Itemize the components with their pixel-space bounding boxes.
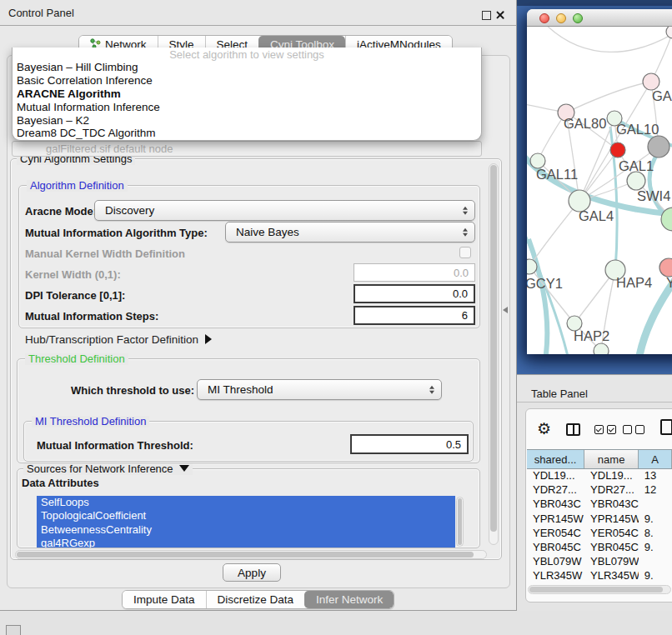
close-icon[interactable] bbox=[495, 10, 505, 20]
network-selector-combo[interactable]: galFiltered.sif default node bbox=[12, 141, 482, 157]
algorithm-option-basic-correlation-inference[interactable]: Basic Correlation Inference bbox=[13, 74, 481, 88]
table-cell: YLR345W bbox=[584, 569, 639, 582]
table-cell: YDR27... bbox=[527, 483, 584, 496]
attribute-item-betweennesscentrality[interactable]: BetweennessCentrality bbox=[37, 523, 455, 537]
table-cell: YER054C bbox=[527, 527, 584, 539]
table-row[interactable]: YDL19...YDL19...13 bbox=[527, 468, 672, 482]
bottom-tab-discretize-data[interactable]: Discretize Data bbox=[206, 591, 305, 608]
settings-vertical-scrollbar[interactable] bbox=[489, 163, 499, 545]
table-row[interactable]: YIL052CYIL052C9 bbox=[527, 583, 672, 585]
column-header-name[interactable]: name bbox=[584, 450, 639, 468]
table-panel: Table Panel ⚙ shared...nameA YDL19...YDL… bbox=[517, 374, 672, 635]
sources-toggle[interactable]: Sources for Network Inference bbox=[23, 463, 193, 475]
node-label: SWI4 bbox=[637, 188, 670, 203]
node-label: HAP2 bbox=[574, 328, 609, 343]
node-label: GAL10 bbox=[616, 122, 659, 137]
minimized-window-icon[interactable] bbox=[6, 625, 21, 635]
aracne-mode-combo[interactable]: Discovery bbox=[94, 200, 475, 221]
attribute-list-scrollbar[interactable] bbox=[456, 497, 464, 547]
network-edge[interactable] bbox=[566, 82, 651, 112]
which-threshold-combo[interactable]: MI Threshold bbox=[197, 379, 442, 400]
network-node[interactable] bbox=[643, 73, 659, 90]
column-header-shared[interactable]: shared... bbox=[527, 450, 584, 468]
table-row[interactable]: YBR043CYBR043C bbox=[527, 497, 672, 511]
network-window: GALGAL80GAL10GAL1GAL11SWI4GAL4GCY1HAP4YH… bbox=[527, 9, 672, 354]
network-canvas[interactable]: GALGAL80GAL10GAL1GAL11SWI4GAL4GCY1HAP4YH… bbox=[527, 27, 672, 354]
stepper-arrows-icon bbox=[429, 385, 434, 394]
attribute-item-topologicalcoefficient[interactable]: TopologicalCoefficient bbox=[37, 509, 455, 522]
settings-horizontal-scrollbar[interactable] bbox=[15, 550, 487, 559]
mi-threshold-field[interactable]: 0.5 bbox=[350, 434, 469, 454]
table-cell: YDL19... bbox=[584, 469, 639, 482]
data-attributes-list: SelfLoopsTopologicalCoefficientBetweenne… bbox=[37, 496, 455, 548]
network-node[interactable] bbox=[627, 172, 645, 190]
algorithm-option-mutual-information-inference[interactable]: Mutual Information Inference bbox=[13, 101, 481, 114]
unselect-all-columns-icon[interactable] bbox=[623, 425, 644, 434]
columns-icon[interactable] bbox=[566, 423, 580, 436]
table-row[interactable]: YDR27...YDR27...12 bbox=[527, 482, 672, 497]
node-label: GAL80 bbox=[564, 116, 606, 131]
panel-collapse-arrow-icon[interactable] bbox=[503, 307, 508, 313]
table-cell: 9. bbox=[639, 512, 672, 525]
table-cell: YLR345W bbox=[527, 569, 584, 582]
kernel-width-label: Kernel Width (0,1): bbox=[25, 268, 121, 281]
manual-kernel-label: Manual Kernel Width Definition bbox=[25, 248, 185, 260]
zoom-traffic-light-icon[interactable] bbox=[573, 13, 583, 23]
network-node[interactable] bbox=[648, 136, 669, 158]
network-node[interactable] bbox=[594, 343, 609, 354]
mi-steps-field[interactable]: 6 bbox=[354, 306, 475, 325]
table-cell: YER054C bbox=[584, 527, 639, 539]
close-traffic-light-icon[interactable] bbox=[539, 13, 549, 23]
mi-threshold-label: Mutual Information Threshold: bbox=[37, 439, 193, 452]
table-row[interactable]: YLR345WYLR345W9. bbox=[527, 568, 672, 582]
select-all-columns-icon[interactable] bbox=[594, 425, 616, 434]
dpi-tolerance-field[interactable]: 0.0 bbox=[354, 284, 475, 303]
attribute-item-selfloops[interactable]: SelfLoops bbox=[37, 496, 455, 509]
minimize-traffic-light-icon[interactable] bbox=[556, 13, 566, 23]
algorithm-options-list: Bayesian – Hill ClimbingBasic Correlatio… bbox=[13, 61, 481, 140]
hub-section-toggle[interactable]: Hub/Transcription Factor Definition bbox=[25, 333, 212, 346]
new-table-icon[interactable] bbox=[660, 419, 672, 435]
which-threshold-value: MI Threshold bbox=[208, 383, 273, 396]
algorithm-option-bayesian-k2[interactable]: Bayesian – K2 bbox=[13, 114, 481, 128]
kernel-width-field[interactable]: 0.0 bbox=[354, 263, 475, 282]
mi-type-combo[interactable]: Naive Bayes bbox=[225, 222, 475, 242]
node-label: GAL11 bbox=[536, 167, 578, 182]
table-horizontal-scrollbar[interactable] bbox=[528, 585, 671, 594]
desktop-top-strip bbox=[517, 0, 672, 6]
network-node[interactable] bbox=[527, 259, 537, 274]
algorithm-option-aracne-algorithm[interactable]: ARACNE Algorithm bbox=[13, 88, 481, 101]
bottom-strip bbox=[0, 611, 672, 635]
control-panel-title: Control Panel bbox=[8, 7, 74, 19]
table-cell: YBL079W bbox=[584, 555, 639, 568]
attribute-item-gal4rgexp[interactable]: gal4RGexp bbox=[37, 537, 455, 548]
mi-threshold-group-title: MI Threshold Definition bbox=[32, 416, 149, 428]
node-label: Y bbox=[666, 275, 672, 290]
apply-button[interactable]: Apply bbox=[223, 563, 281, 582]
network-node[interactable] bbox=[610, 142, 625, 158]
algorithm-dropdown-placeholder: Select algorithm to view settings bbox=[13, 48, 481, 61]
table-row[interactable]: YBL079WYBL079W bbox=[527, 554, 672, 568]
node-label: GAL bbox=[652, 88, 672, 103]
network-node[interactable] bbox=[659, 258, 672, 277]
algorithm-option-bayesian-hill-climbing[interactable]: Bayesian – Hill Climbing bbox=[13, 61, 481, 74]
algorithm-option-dream8-dc-tdc-algorithm[interactable]: Dream8 DC_TDC Algorithm bbox=[13, 127, 481, 140]
network-edge[interactable] bbox=[544, 27, 672, 52]
aracne-mode-label: Aracne Mode: bbox=[25, 205, 97, 218]
column-header-a[interactable]: A bbox=[639, 450, 672, 468]
table-cell: 12 bbox=[639, 483, 672, 496]
table-row[interactable]: YPR145WYPR145W9. bbox=[527, 512, 672, 526]
manual-kernel-checkbox[interactable] bbox=[459, 247, 471, 258]
bottom-tab-impute-data[interactable]: Impute Data bbox=[123, 591, 206, 608]
table-row[interactable]: YBR045CYBR045C9. bbox=[527, 540, 672, 554]
network-edge[interactable] bbox=[529, 239, 547, 354]
bottom-tab-infer-network[interactable]: Infer Network bbox=[304, 591, 394, 608]
network-graph[interactable]: GALGAL80GAL10GAL1GAL11SWI4GAL4GCY1HAP4YH… bbox=[527, 27, 672, 354]
hub-section-label: Hub/Transcription Factor Definition bbox=[25, 333, 198, 346]
stepper-arrows-icon bbox=[463, 206, 468, 215]
settings-gear-icon[interactable]: ⚙ bbox=[537, 421, 551, 437]
table-rows: YDL19...YDL19...13YDR27...YDR27...12YBR0… bbox=[527, 468, 672, 584]
float-window-icon[interactable] bbox=[482, 11, 491, 20]
stepper-arrows-icon bbox=[463, 228, 468, 237]
table-row[interactable]: YER054CYER054C8. bbox=[527, 526, 672, 540]
